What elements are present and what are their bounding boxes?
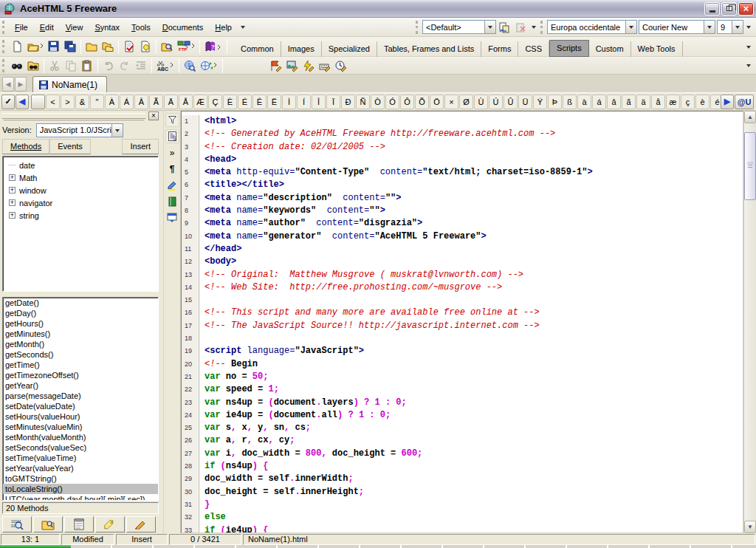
code-line[interactable]: 3<!-- Creation date: 02/01/2005 --> <box>182 141 743 154</box>
char-button[interactable]: & <box>75 95 89 109</box>
tree-item-string[interactable]: +string <box>4 209 157 222</box>
code-line[interactable]: 8<meta name="keywords" content=""> <box>182 205 743 217</box>
code-line[interactable]: 10<meta name="generator" content="AceHTM… <box>182 230 743 243</box>
char-button[interactable]: ã <box>622 95 636 109</box>
tab-common[interactable]: Common <box>234 41 281 57</box>
insert-script-flag-button[interactable] <box>268 58 284 74</box>
method-item[interactable]: getMinutes() <box>3 329 158 339</box>
expand-icon[interactable]: + <box>9 174 16 181</box>
char-button[interactable]: Ú <box>489 95 503 109</box>
method-item[interactable]: UTC(year,month,day[,hour][,min][,sec]) <box>3 494 158 501</box>
char-button[interactable]: Á <box>120 95 134 109</box>
sidebar-close-button[interactable]: × <box>148 112 159 120</box>
char-button[interactable]: ç <box>681 95 695 109</box>
find-button[interactable] <box>9 58 25 74</box>
char-button[interactable]: æ <box>666 95 680 109</box>
code-line[interactable]: 15 <box>182 294 743 306</box>
char-button[interactable]: â <box>607 95 621 109</box>
char-space-button[interactable] <box>31 95 45 109</box>
minimize-button[interactable] <box>704 2 720 16</box>
dictionary-button[interactable] <box>165 194 179 208</box>
toolbar-grip[interactable] <box>2 40 6 53</box>
char-button[interactable]: Â <box>134 95 148 109</box>
code-line[interactable]: 7<meta name="description" content=""> <box>182 192 743 205</box>
tab-forms[interactable]: Forms <box>481 41 518 57</box>
char-button[interactable]: Í <box>297 95 311 109</box>
font-size-combo-arrow[interactable] <box>732 21 743 33</box>
code-line[interactable]: 32else <box>182 511 743 524</box>
method-item[interactable]: setTime(valueTime) <box>3 453 158 463</box>
scrollbar-thumb[interactable] <box>744 132 756 200</box>
toolbar-grip[interactable] <box>416 21 419 34</box>
char-button[interactable]: Î <box>312 95 326 109</box>
char-button[interactable]: Ù <box>474 95 488 109</box>
code-line[interactable]: 12<body> <box>182 256 743 268</box>
code-line[interactable]: 9<meta name="author" content="disgrazia"… <box>182 217 743 230</box>
method-item[interactable]: setDate(valueDate) <box>3 401 158 411</box>
char-button[interactable]: > <box>61 95 75 109</box>
find-in-files-button[interactable] <box>25 58 41 74</box>
code-line[interactable]: 21var no = 50; <box>182 371 743 383</box>
code-line[interactable]: 13<!-- Original: Matthew Musgrove ( musk… <box>182 269 743 281</box>
char-button[interactable]: É <box>238 95 252 109</box>
open-project-button[interactable] <box>83 38 100 55</box>
char-validate-button[interactable]: ✓ <box>1 95 15 109</box>
scroll-up-button[interactable]: ▲ <box>744 111 756 123</box>
expand-icon[interactable]: + <box>9 187 16 193</box>
notes-button[interactable] <box>64 516 94 532</box>
code-line[interactable]: 6<title></title> <box>182 179 743 191</box>
method-item[interactable]: toGMTString() <box>3 473 158 484</box>
scrollbar-track[interactable] <box>744 123 756 521</box>
sidebar-tab-insert[interactable]: Insert <box>122 139 159 154</box>
code-line[interactable]: 30doc_height = self.innerHeight; <box>182 486 743 499</box>
close-button[interactable]: × <box>738 2 754 16</box>
preview-browser-button[interactable] <box>182 58 198 74</box>
undo-button[interactable] <box>100 58 117 74</box>
method-item[interactable]: getTimezoneOffset() <box>3 370 158 380</box>
open-file-button[interactable] <box>25 38 46 55</box>
char-button[interactable]: Å <box>179 95 193 109</box>
char-button[interactable]: Ø <box>459 95 473 109</box>
cut-button[interactable] <box>47 58 63 74</box>
tab-css[interactable]: CSS <box>518 41 549 57</box>
char-scroll-left-button[interactable]: ◀ <box>16 95 29 109</box>
insert-entity-button[interactable]: @U <box>735 95 754 109</box>
menu-item-help[interactable]: Help <box>209 20 238 35</box>
taskbar-buttons-sliver[interactable] <box>71 545 756 548</box>
char-button[interactable]: ß <box>563 95 577 109</box>
browse-scripts-button[interactable] <box>33 516 63 532</box>
menu-overflow-arrow[interactable] <box>239 22 246 32</box>
char-button[interactable]: " <box>90 95 104 109</box>
char-button[interactable]: × <box>444 95 458 109</box>
char-button[interactable]: ä <box>636 95 650 109</box>
restore-button[interactable] <box>721 2 737 16</box>
code-line[interactable]: 11</head> <box>182 243 743 256</box>
document-tab[interactable]: NoName(1) <box>32 76 107 92</box>
menu-item-tools[interactable]: Tools <box>126 20 157 35</box>
char-button[interactable]: Ë <box>267 95 281 109</box>
font-size-combo[interactable]: 9 <box>717 20 743 34</box>
doc-nav-right-button[interactable]: ▶ <box>15 77 27 92</box>
char-button[interactable]: Ê <box>252 95 267 109</box>
method-item[interactable]: setMinutes(valueMin) <box>3 422 158 432</box>
indent-button[interactable] <box>133 58 149 74</box>
char-button[interactable]: é <box>710 95 721 109</box>
code-line[interactable]: 14<!-- Web Site: http://free.prohosting.… <box>182 281 743 294</box>
code-line[interactable]: 29doc_width = self.innerWidth; <box>182 473 743 485</box>
code-search-button[interactable]: 1010101 <box>2 516 32 532</box>
code-line[interactable]: 20<!-- Begin <box>182 358 743 371</box>
version-combo-arrow[interactable] <box>111 124 123 137</box>
editor-scrollbar[interactable]: ▲ ▼ <box>743 111 756 533</box>
validate-document-button[interactable] <box>121 38 137 55</box>
char-button[interactable]: Û <box>504 95 518 109</box>
method-item[interactable]: getYear() <box>3 380 158 391</box>
version-combo[interactable]: JavaScript 1.0/JScri <box>36 123 123 137</box>
char-button[interactable]: Ì <box>282 95 296 109</box>
apply-style-button[interactable] <box>496 19 512 35</box>
char-button[interactable]: Ó <box>385 95 399 109</box>
char-button[interactable]: å <box>651 95 665 109</box>
code-line[interactable]: 31} <box>182 499 743 511</box>
method-item[interactable]: getTime() <box>3 360 158 370</box>
char-button[interactable]: Ñ <box>356 95 370 109</box>
method-item[interactable]: setHours(valueHour) <box>3 411 158 422</box>
